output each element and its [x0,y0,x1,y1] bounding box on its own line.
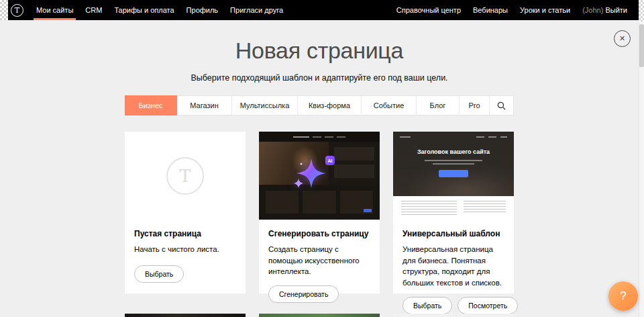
tilda-watermark-icon: T [166,157,204,195]
card-actions: Выбрать Посмотреть [402,289,504,314]
template-card-universal: Заголовок вашего сайта Универсальный шаб… [393,132,514,293]
tilda-logo-letter: T [15,7,19,14]
preview-paragraph-lines [401,201,457,216]
preview-text-section [393,196,514,220]
card-body: Сгенерировать страницу Создать страницу … [259,220,380,314]
search-icon [497,101,506,110]
template-card-ai-generate: AI Сгенерировать страницу Создать страни… [259,132,380,293]
preview-side-panel [329,142,380,185]
preview-paragraph-lines [464,201,506,213]
nav-invite-friend[interactable]: Пригласи друга [224,0,289,20]
template-card[interactable] [393,314,514,317]
universal-template-thumbnail: Заголовок вашего сайта [393,132,514,220]
preview-navbar [259,132,380,142]
tab-event[interactable]: Событие [362,96,417,115]
preview-blue-button [364,209,372,212]
topbar-left-nav: T Мои сайты CRM Тарифы и оплата Профиль … [11,0,289,20]
help-button[interactable]: ? [608,281,638,311]
generate-button[interactable]: Сгенерировать [268,285,339,303]
tab-search[interactable] [490,96,513,115]
select-blank-button[interactable]: Выбрать [134,265,184,283]
template-thumbnail [393,314,514,317]
nav-lessons-articles[interactable]: Уроки и статьи [514,0,576,20]
tab-blog[interactable]: Блог [417,96,460,115]
page-subtitle: Выберите подходящий шаблон и адаптируйте… [0,73,639,83]
card-description: Создать страницу с помощью искусственног… [268,244,370,277]
template-thumbnail [125,314,246,317]
transparency-artifact [639,0,644,21]
close-icon: ✕ [619,34,625,43]
preview-cta-button [439,170,468,177]
logout-label: Выйти [605,6,627,14]
card-title: Сгенерировать страницу [268,229,370,238]
template-category-tabs: Бизнес Магазин Мультиссылка Квиз-форма С… [125,95,514,116]
nav-tariffs-payment[interactable]: Тарифы и оплата [108,0,180,20]
question-mark-icon: ? [620,289,626,303]
new-page-modal: ✕ Новая страница Выберите подходящий шаб… [0,20,639,317]
scrollbar-thumb[interactable] [639,24,644,67]
watermark-letter: T [179,166,191,186]
tab-pro[interactable]: Pro [460,96,490,115]
card-description: Универсальная страница для бизнеса. Поня… [402,244,504,289]
blank-template-thumbnail: T [125,132,246,220]
card-title: Пустая страница [134,229,236,238]
template-card[interactable] [259,314,380,317]
preview-universal-button[interactable]: Посмотреть [458,297,518,314]
preview-heading: Заголовок вашего сайта [393,148,514,155]
ai-badge: AI [325,156,335,165]
nav-help-center[interactable]: Справочный центр [390,0,467,20]
card-actions: Сгенерировать [268,277,370,303]
card-actions: Выбрать [134,257,236,283]
tab-quiz-form[interactable]: Квиз-форма [298,96,362,115]
preview-subtext-line [425,160,482,161]
template-thumbnail [259,314,380,317]
tab-business[interactable]: Бизнес [125,95,177,116]
nav-profile[interactable]: Профиль [180,0,225,20]
template-grid-row2 [125,314,514,317]
template-grid: T Пустая страница Начать с чистого листа… [125,132,514,293]
tab-shop[interactable]: Магазин [177,96,232,115]
tilda-logo[interactable]: T [11,4,23,17]
nav-logout[interactable]: (John) Выйти [576,0,633,20]
preview-hero: Заголовок вашего сайта [393,132,514,196]
card-body: Универсальный шаблон Универсальная стран… [393,220,514,317]
template-card-blank: T Пустая страница Начать с чистого листа… [125,132,246,293]
card-body: Пустая страница Начать с чистого листа. … [125,220,246,293]
topbar: T Мои сайты CRM Тарифы и оплата Профиль … [0,0,644,20]
template-card[interactable] [125,314,246,317]
preview-subtext-line [433,163,474,165]
user-name: (John) [582,6,603,14]
card-description: Начать с чистого листа. [134,244,236,255]
nav-crm[interactable]: CRM [79,0,108,20]
tab-multilink[interactable]: Мультиссылка [232,96,298,115]
scrollbar[interactable] [639,0,644,317]
nav-webinars[interactable]: Вебинары [467,0,514,20]
close-button[interactable]: ✕ [614,30,631,47]
nav-my-sites[interactable]: Мои сайты [30,0,79,20]
select-universal-button[interactable]: Выбрать [402,297,452,314]
transparency-artifact [0,0,8,20]
ai-template-thumbnail: AI [259,132,380,220]
card-title: Универсальный шаблон [402,229,504,238]
topbar-right-nav: Справочный центр Вебинары Уроки и статьи… [390,0,633,20]
page-title: Новая страница [0,38,639,64]
